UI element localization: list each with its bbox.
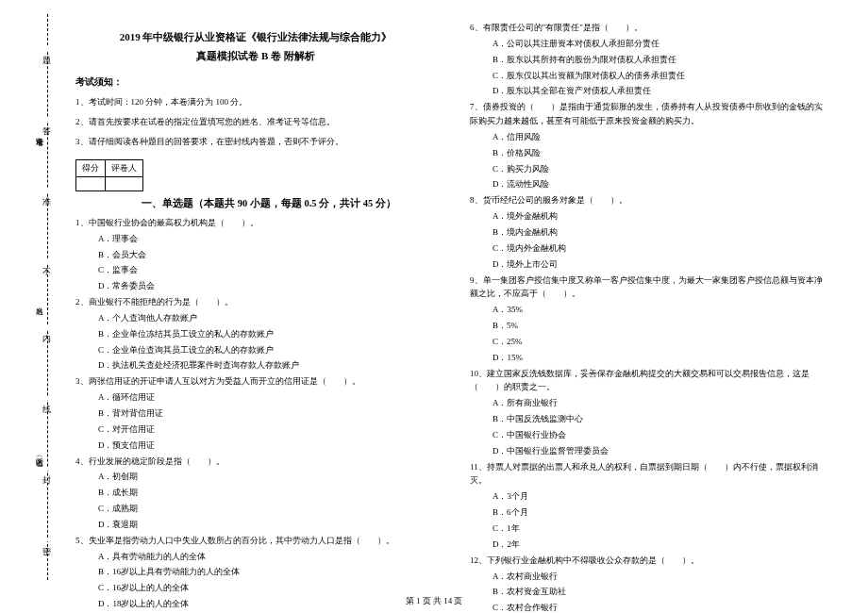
- page-content: 2019 年中级银行从业资格证《银行业法律法规与综合能力》 真题模拟试卷 B 卷…: [0, 0, 868, 585]
- fold-field-province: 省（市区）: [6, 453, 43, 456]
- binding-label-7: 题: [41, 47, 53, 51]
- question-option: A．农村商业银行: [492, 570, 830, 584]
- question-stem: 9、单一集团客户授信集中度又称单一客户授信集中度，为最大一家集团客户授信总额与资…: [470, 273, 830, 302]
- question-stem: 6、有限责任公司的"有限责任"是指（ ）。: [470, 21, 830, 35]
- question-option: A．信用风险: [492, 130, 830, 144]
- exam-notice-item: 3、请仔细阅读各种题目的回答要求，在密封线内答题，否则不予评分。: [75, 134, 436, 150]
- score-table-cell: [76, 176, 106, 191]
- binding-label-4: 不: [41, 259, 53, 263]
- question-option: C．成熟期: [98, 502, 436, 516]
- question-stem: 7、债券投资的（ ）是指由于通货膨胀的发生，债券持有人从投资债券中所收到的金钱的…: [470, 100, 830, 128]
- question-stem: 10、建立国家反洗钱数据库，妥善保存金融机构提交的大额交易和可以交易报告信息，这…: [470, 367, 830, 395]
- question-block: 1、中国银行业协会的最高权力机构是（ ）。 A．理事会 B．会员大会 C．监事会…: [75, 216, 436, 293]
- question-option: C．购买力风险: [492, 162, 830, 176]
- question-block: 3、两张信用证的开证申请人互以对方为受益人而开立的信用证是（ ）。 A．循环信用…: [75, 374, 436, 452]
- question-option: A．3个月: [492, 489, 830, 504]
- exam-notice-item: 1、考试时间：120 分钟，本卷满分为 100 分。: [75, 94, 436, 110]
- question-option: A．公司以其注册资本对债权人承担部分责任: [492, 37, 830, 51]
- fold-field-examno: 准考证号: [6, 132, 43, 135]
- question-option: A．具有劳动能力的人的全体: [98, 550, 436, 564]
- question-stem: 8、货币经纪公司的服务对象是（ ）。: [470, 193, 830, 207]
- question-block: 9、单一集团客户授信集中度又称单一客户授信集中度，为最大一家集团客户授信总额与资…: [470, 273, 830, 365]
- question-stem: 1、中国银行业协会的最高权力机构是（ ）。: [75, 216, 436, 230]
- question-option: D．境外上市公司: [492, 257, 830, 272]
- column-left: 2019 年中级银行从业资格证《银行业法律法规与综合能力》 真题模拟试卷 B 卷…: [66, 19, 453, 575]
- question-option: C．16岁以上的人的全体: [98, 581, 436, 595]
- binding-label-2: 线: [41, 396, 53, 400]
- binding-margin: 密 封 线 内 不 准 答 题 省（市区） 姓名 准考证号: [0, 0, 66, 594]
- question-stem: 3、两张信用证的开证申请人互以对方为受益人而开立的信用证是（ ）。: [75, 374, 436, 389]
- question-option: D．常务委员会: [98, 279, 436, 293]
- question-option: B．5%: [492, 319, 830, 333]
- section-title: 一、单选题（本题共 90 小题，每题 0.5 分，共计 45 分）: [142, 197, 436, 210]
- question-stem: 2、商业银行不能拒绝的行为是（ ）。: [75, 295, 436, 309]
- binding-dashed-line: [47, 14, 48, 580]
- question-stem: 5、失业率是指劳动力人口中失业人数所占的百分比，其中劳动力人口是指（ ）。: [75, 534, 436, 548]
- question-option: A．境外金融机构: [492, 209, 830, 224]
- question-option: B．境内金融机构: [492, 225, 830, 240]
- question-option: D．衰退期: [98, 518, 436, 532]
- question-stem: 11、持票人对票据的出票人和承兑人的权利，自票据到期日期（ ）内不行使，票据权利…: [470, 460, 830, 489]
- question-option: C．股东仅以其出资额为限对债权人的债务承担责任: [492, 69, 830, 83]
- column-right: 6、有限责任公司的"有限责任"是指（ ）。 A．公司以其注册资本对债权人承担部分…: [453, 19, 840, 575]
- exam-notice-header: 考试须知：: [75, 75, 436, 89]
- question-option: C．境内外金融机构: [492, 241, 830, 256]
- question-option: D．股东以其全部在资产对债权人承担责任: [492, 84, 830, 98]
- question-option: D．执法机关查处经济犯罪案件时查询存款人存款账户: [98, 358, 436, 373]
- score-table-header-score: 得分: [76, 159, 106, 176]
- question-block: 11、持票人对票据的出票人和承兑人的权利，自票据到期日期（ ）内不行使，票据权利…: [470, 460, 830, 552]
- binding-label-0: 密: [41, 538, 53, 541]
- question-block: 6、有限责任公司的"有限责任"是指（ ）。 A．公司以其注册资本对债权人承担部分…: [470, 21, 830, 98]
- question-option: C．1年: [492, 522, 830, 536]
- page-title-line1: 2019 年中级银行从业资格证《银行业法律法规与综合能力》: [75, 28, 436, 47]
- question-option: D．15%: [492, 351, 830, 365]
- page-title-line2: 真题模拟试卷 B 卷 附解析: [75, 47, 436, 66]
- question-option: B．6个月: [492, 505, 830, 520]
- question-option: C．中国银行业协会: [492, 428, 830, 442]
- question-option: D．2年: [492, 538, 830, 552]
- question-stem: 4、行业发展的稳定阶段是指（ ）。: [75, 455, 436, 469]
- question-option: B．价格风险: [492, 146, 830, 160]
- question-block: 10、建立国家反洗钱数据库，妥善保存金融机构提交的大额交易和可以交易报告信息，这…: [470, 367, 830, 458]
- fold-field-name: 姓名: [6, 302, 43, 305]
- question-block: 4、行业发展的稳定阶段是指（ ）。 A．初创期 B．成长期 C．成熟期 D．衰退…: [75, 455, 436, 532]
- question-block: 8、货币经纪公司的服务对象是（ ）。 A．境外金融机构 B．境内金融机构 C．境…: [470, 193, 830, 271]
- question-option: B．背对背信用证: [98, 406, 436, 421]
- binding-label-3: 内: [41, 325, 53, 329]
- question-option: D．预支信用证: [98, 439, 436, 453]
- question-option: D．流动性风险: [492, 177, 830, 191]
- question-option: A．初创期: [98, 470, 436, 484]
- question-option: B．16岁以上具有劳动能力的人的全体: [98, 565, 436, 579]
- question-option: D．中国银行业监督管理委员会: [492, 444, 830, 458]
- binding-label-5: 准: [41, 189, 53, 192]
- question-option: A．所有商业银行: [492, 396, 830, 410]
- question-option: B．股东以其所持有的股份为限对债权人承担责任: [492, 53, 830, 67]
- binding-label-6: 答: [41, 118, 53, 122]
- question-option: A．理事会: [98, 232, 436, 246]
- question-option: C．企业单位查询其员工设立的私人的存款账户: [98, 343, 436, 357]
- question-option: B．成长期: [98, 486, 436, 500]
- question-option: C．对开信用证: [98, 422, 436, 437]
- question-block: 2、商业银行不能拒绝的行为是（ ）。 A．个人查询他人存款账户 B．企业单位冻结…: [75, 295, 436, 373]
- exam-notice-item: 2、请首先按要求在试卷的指定位置填写您的姓名、准考证号等信息。: [75, 114, 436, 130]
- binding-label-1: 封: [41, 467, 53, 471]
- score-table: 得分 评卷人: [75, 159, 143, 191]
- question-option: C．25%: [492, 335, 830, 349]
- question-stem: 12、下列银行业金融机构中不得吸收公众存款的是（ ）。: [470, 554, 830, 568]
- question-option: A．个人查询他人存款账户: [98, 311, 436, 325]
- score-table-cell: [106, 176, 143, 191]
- question-option: A．35%: [492, 303, 830, 317]
- page-footer: 第 1 页 共 14 页: [0, 595, 868, 607]
- question-block: 7、债券投资的（ ）是指由于通货膨胀的发生，债券持有人从投资债券中所收到的金钱的…: [470, 100, 830, 191]
- question-option: B．中国反洗钱监测中心: [492, 412, 830, 426]
- question-option: B．企业单位冻结其员工设立的私人的存款账户: [98, 327, 436, 341]
- question-option: A．循环信用证: [98, 390, 436, 405]
- question-option: B．会员大会: [98, 248, 436, 262]
- question-option: C．监事会: [98, 263, 436, 277]
- score-table-header-grader: 评卷人: [106, 159, 143, 176]
